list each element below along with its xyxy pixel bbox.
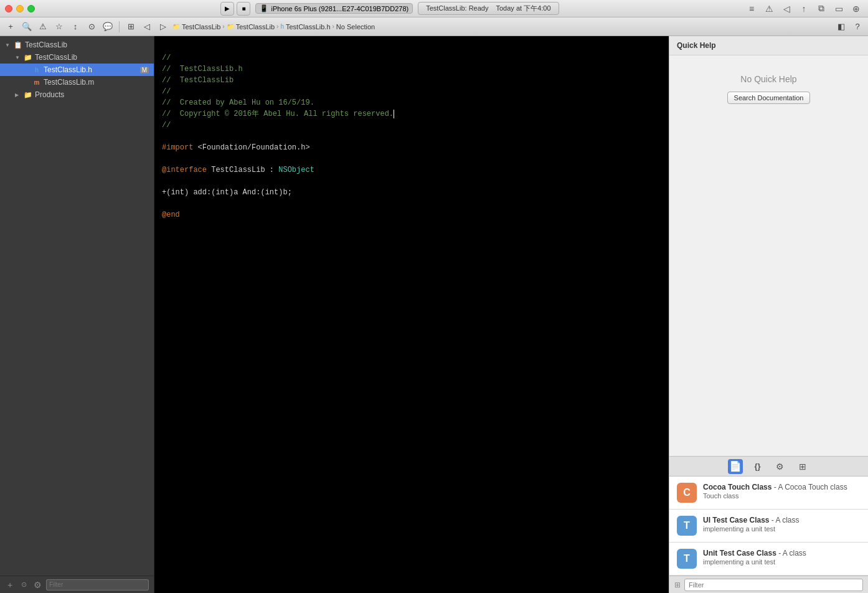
unittest-title-suffix: - A class	[778, 549, 806, 557]
tab-grid[interactable]: ⊞	[795, 459, 810, 474]
sidebar-filter-input[interactable]	[46, 579, 149, 591]
breadcrumb-label-3: TestClassLib.h	[286, 23, 331, 31]
editor[interactable]: // // TestClassLib.h // TestClassLib // …	[154, 36, 669, 593]
filter-button[interactable]: 🔍	[20, 20, 34, 34]
sidebar-label-folder: TestClassLib	[35, 53, 77, 62]
scheme-selector[interactable]: 📱 iPhone 6s Plus (9281...E27-4C019B7DD27…	[255, 3, 413, 14]
disclosure-h-empty	[24, 67, 30, 73]
code-content: // // TestClassLib.h // TestClassLib // …	[154, 36, 669, 237]
device-label: iPhone 6s Plus (9281...E27-4C019B7DD278)	[271, 5, 408, 12]
cocoa-title-text: Cocoa Touch Class	[703, 483, 771, 491]
layout-icon[interactable]: ▭	[832, 2, 846, 16]
toolbar: + 🔍 ⚠ ☆ ↕ ⊙ 💬 ⊞ ◁ ▷ 📁 TestClassLib › 📁 T…	[0, 17, 868, 36]
filter-icon-footer[interactable]: ⚙	[32, 580, 42, 590]
filter-bar: ⊞	[669, 576, 868, 593]
breadcrumb-sep-3: ›	[333, 23, 334, 30]
navigator-toggle-icon[interactable]: ⊞	[124, 20, 138, 34]
uitest-title-text: UI Test Case Class	[703, 516, 770, 524]
minimize-button[interactable]	[16, 5, 24, 12]
split-view-icon[interactable]: ⧉	[814, 2, 828, 16]
warning-icon[interactable]: ⚠	[762, 2, 776, 16]
template-item-ui-test[interactable]: T UI Test Case Class - A class implement…	[669, 510, 868, 543]
sidebar-item-products[interactable]: ▶ 📁 Products	[0, 88, 154, 101]
forward-nav-btn[interactable]: ▷	[156, 20, 170, 34]
breadcrumb-selection[interactable]: No Selection	[336, 23, 375, 31]
quick-help-header: Quick Help	[669, 36, 868, 55]
close-button[interactable]	[5, 5, 12, 12]
breadcrumb-label-2: TestClassLib	[236, 23, 275, 31]
cocoa-title-suffix: - A Cocoa Touch class	[774, 483, 847, 491]
sidebar-item-m-file[interactable]: m TestClassLib.m	[0, 76, 154, 88]
inspector-tabs: 📄 {} ⚙ ⊞	[669, 457, 868, 477]
folder-icon-2: 📁	[227, 23, 234, 30]
template-item-unit-test[interactable]: T Unit Test Case Class - A class impleme…	[669, 543, 868, 576]
main-area: ▼ 📋 TestClassLib ▼ 📁 TestClassLib h Test…	[0, 36, 868, 593]
cocoa-desc: Touch class	[703, 492, 861, 500]
assistant-icon[interactable]: ⊕	[849, 2, 863, 16]
inspector-toggle[interactable]: ◧	[834, 20, 848, 34]
file-h-icon: h	[280, 23, 284, 30]
breadcrumb-folder2[interactable]: 📁 TestClassLib	[227, 23, 275, 31]
m-file-icon: m	[32, 78, 41, 87]
uitest-title: UI Test Case Class - A class	[703, 516, 861, 524]
run-stop-buttons: ▶ ■	[220, 2, 250, 16]
quick-help-icon[interactable]: ?	[851, 20, 864, 34]
sidebar: ▼ 📋 TestClassLib ▼ 📁 TestClassLib h Test…	[0, 36, 154, 593]
sidebar-label-products: Products	[35, 90, 64, 99]
toolbar-separator	[119, 21, 120, 32]
add-file-button[interactable]: +	[4, 20, 17, 34]
recent-files-btn[interactable]: ⊙	[19, 580, 29, 590]
navigator-toggle[interactable]: ≡	[745, 2, 758, 16]
comment-btn[interactable]: 💬	[101, 20, 115, 34]
quick-help-bottom: 📄 {} ⚙ ⊞ C Cocoa Touch Class - A Cocoa T…	[669, 456, 868, 593]
back-icon[interactable]: ◁	[780, 2, 793, 16]
template-item-cocoa[interactable]: C Cocoa Touch Class - A Cocoa Touch clas…	[669, 477, 868, 510]
bookmark-btn[interactable]: ☆	[52, 20, 66, 34]
modified-badge: M	[140, 67, 149, 74]
quick-help-panel: Quick Help No Quick Help Search Document…	[669, 36, 868, 593]
uitest-content: UI Test Case Class - A class implementin…	[703, 516, 861, 533]
sidebar-item-h-file[interactable]: h TestClassLib.h M	[0, 64, 154, 76]
disclosure-triangle-folder: ▼	[15, 55, 21, 60]
timestamp-text: Today at 下午4:00	[496, 4, 551, 12]
filter-icon: ⊞	[674, 581, 681, 589]
back-nav-btn[interactable]: ◁	[140, 20, 154, 34]
cocoa-title: Cocoa Touch Class - A Cocoa Touch class	[703, 483, 861, 491]
unittest-desc: implementing a unit test	[703, 558, 861, 566]
sidebar-label-m: TestClassLib.m	[44, 78, 94, 87]
warning-btn[interactable]: ⚠	[36, 20, 50, 34]
sidebar-label-h: TestClassLib.h	[44, 65, 92, 74]
tab-file[interactable]: 📄	[728, 459, 743, 474]
add-file-footer-btn[interactable]: +	[5, 580, 15, 590]
uitest-desc: implementing a unit test	[703, 525, 861, 533]
jump-btn[interactable]: ↕	[68, 20, 82, 34]
titlebar: ▶ ■ 📱 iPhone 6s Plus (9281...E27-4C019B7…	[0, 0, 868, 17]
tab-gear[interactable]: ⚙	[773, 459, 788, 474]
cocoa-content: Cocoa Touch Class - A Cocoa Touch class …	[703, 483, 861, 500]
filter-input[interactable]	[684, 579, 863, 591]
sidebar-footer: + ⊙ ⚙	[0, 576, 154, 593]
tab-symbol[interactable]: {}	[750, 459, 765, 474]
sidebar-content: ▼ 📋 TestClassLib ▼ 📁 TestClassLib h Test…	[0, 36, 154, 576]
folder-icon-sidebar: 📁	[24, 53, 32, 62]
template-list: C Cocoa Touch Class - A Cocoa Touch clas…	[669, 477, 868, 576]
breadcrumb-label-1: TestClassLib	[182, 23, 220, 31]
h-file-icon: h	[32, 65, 41, 74]
sidebar-item-folder[interactable]: ▼ 📁 TestClassLib	[0, 51, 154, 64]
breadcrumb-file[interactable]: h TestClassLib.h	[280, 23, 330, 31]
no-quick-help-text: No Quick Help	[740, 74, 796, 84]
uitest-title-suffix: - A class	[771, 516, 800, 524]
breadcrumb-folder1[interactable]: 📁 TestClassLib	[172, 23, 220, 31]
titlebar-right: ≡ ⚠ ◁ ↑ ⧉ ▭ ⊕	[745, 2, 863, 16]
breadcrumb-label-4: No Selection	[336, 23, 375, 31]
recent-btn[interactable]: ⊙	[85, 20, 98, 34]
maximize-button[interactable]	[27, 5, 35, 12]
traffic-lights	[5, 5, 35, 12]
search-documentation-button[interactable]: Search Documentation	[727, 92, 811, 104]
stop-button[interactable]: ■	[237, 2, 250, 16]
share-icon[interactable]: ↑	[797, 2, 811, 16]
sidebar-item-project[interactable]: ▼ 📋 TestClassLib	[0, 39, 154, 51]
run-button[interactable]: ▶	[220, 2, 234, 16]
status-display: TestClassLib: Ready Today at 下午4:00	[418, 2, 559, 15]
uitest-icon: T	[677, 516, 697, 536]
